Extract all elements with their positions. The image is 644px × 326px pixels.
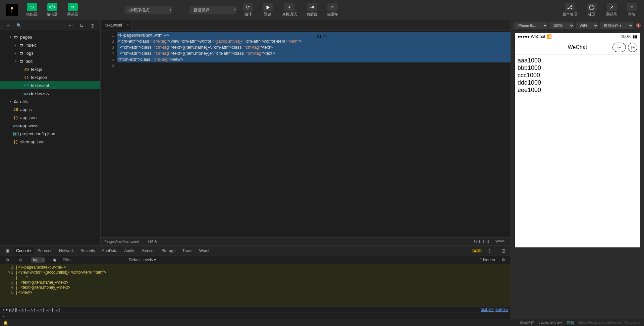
- console-array-preview: ▸ (5) [{…}, {…}, {…}, {…}, {…}]: [6, 307, 60, 312]
- real-debug-button[interactable]: ⌖真机调试: [279, 2, 300, 18]
- tree-item-sitemap-json[interactable]: { }sitemap.json: [0, 138, 100, 146]
- devtab-appdata[interactable]: AppData: [98, 247, 121, 254]
- refresh-icon: ⟳: [243, 3, 253, 11]
- console-prompt[interactable]: ›: [0, 313, 511, 319]
- editor-toggle[interactable]: </>编辑器: [43, 2, 61, 18]
- simulator-toolbar: iPhone 6/... 100% WiFi 模拟操作 ▾ 🔇 ◨: [511, 20, 644, 31]
- copy-link[interactable]: 复制: [567, 320, 574, 325]
- gear-icon[interactable]: ⚙: [499, 256, 507, 264]
- capsule-menu[interactable]: ⋯: [612, 43, 626, 52]
- tree-item-app-json[interactable]: { }app.json: [0, 113, 100, 122]
- chat-icon: ◯: [587, 3, 597, 11]
- phone-icon: ▭: [27, 3, 37, 11]
- explorer-toolbar: ＋ 🔍 ⋯ ⇆ ◫: [0, 20, 100, 31]
- search-icon[interactable]: 🔍: [15, 21, 23, 30]
- clear-cache-button[interactable]: ≡清缓存: [323, 2, 341, 18]
- cut-bg-button[interactable]: ⇥切后台: [303, 2, 321, 18]
- page-title: WeChat: [568, 44, 587, 50]
- tree-item-app-wxss[interactable]: wxssapp.wxss: [0, 122, 100, 130]
- community-button[interactable]: ◯社区: [583, 2, 600, 18]
- tree-item-logs[interactable]: ▸🗀logs: [0, 49, 100, 57]
- route-path: pages/text/text: [538, 320, 562, 325]
- list-item: eee1000: [518, 86, 637, 94]
- devtab-sensor[interactable]: Sensor: [139, 247, 158, 254]
- mute-icon[interactable]: 🔇: [636, 21, 641, 30]
- device-select[interactable]: iPhone 6/...: [514, 22, 548, 29]
- debugger-toggle[interactable]: ≋调试器: [64, 2, 82, 18]
- inspect-icon[interactable]: ▣: [3, 247, 11, 255]
- bell-icon[interactable]: 🔔: [3, 321, 8, 325]
- network-select[interactable]: WiFi: [576, 22, 598, 29]
- preview-button[interactable]: ◉预览: [259, 2, 276, 18]
- tree-item-text-wxml[interactable]: < >text.wxml: [0, 81, 100, 89]
- file-size: 146 B: [147, 240, 157, 244]
- phone-frame: ●●●●● WeChat 📶 21:41 100%▮▮ WeChat ⋯ ◎ a…: [515, 33, 640, 248]
- battery-pct: 100%: [621, 34, 631, 39]
- sim-ops-select[interactable]: 模拟操作 ▾: [600, 22, 633, 29]
- settings-icon[interactable]: ⋮: [486, 247, 494, 255]
- live-icon[interactable]: ◉: [51, 256, 59, 264]
- devtab-security[interactable]: Security: [77, 247, 98, 254]
- context-select[interactable]: top: [31, 257, 45, 263]
- devtab-trace[interactable]: Trace: [179, 247, 196, 254]
- tree-item-utils[interactable]: ▸🗀utils: [0, 97, 100, 105]
- collapse-icon[interactable]: ⇆: [77, 21, 86, 30]
- console-output-row[interactable]: ▸ ▸ (5) [{…}, {…}, {…}, {…}, {…}] text.j…: [0, 306, 511, 313]
- dock-icon[interactable]: ◫: [499, 247, 507, 255]
- tree-item-text-wxss[interactable]: wxsstext.wxss: [0, 89, 100, 97]
- add-file-icon[interactable]: ＋: [4, 21, 12, 30]
- zoom-select[interactable]: 100%: [549, 22, 574, 29]
- devtab-wxml[interactable]: Wxml: [196, 247, 213, 254]
- details-button[interactable]: ≡详情: [623, 2, 640, 18]
- phone-body[interactable]: aaa1000bbb1000ccc1000ddd1000eee1000: [515, 55, 640, 247]
- mode-select[interactable]: 小程序模式: [125, 6, 172, 14]
- compile-mode-select[interactable]: 普通编译: [190, 6, 236, 14]
- tree-item-text[interactable]: ▾🗀text: [0, 57, 100, 65]
- close-icon[interactable]: ×: [126, 23, 129, 28]
- console-body[interactable]: 1| <!--pages/text/text.wxml-->> 2| <view…: [0, 264, 511, 306]
- code-body[interactable]: <!--pages/text/text.wxml--><"cm-attr">cl…: [117, 31, 511, 237]
- tree-item-project-config-json[interactable]: {◎}project.config.json: [0, 130, 100, 138]
- capsule-close[interactable]: ◎: [628, 43, 637, 52]
- console-toolbar: ⊘ ⊘ top ◉ Default levels ▾ 1 hidden ⚙: [0, 255, 511, 264]
- expand-arrow-icon[interactable]: ▸: [3, 307, 5, 312]
- device-debug-icon: ⌖: [284, 3, 294, 11]
- test-id-button[interactable]: ↗测试号: [603, 2, 621, 18]
- console-filter[interactable]: [63, 258, 123, 262]
- split-icon[interactable]: ◫: [88, 21, 96, 30]
- code-editor[interactable]: 123456 <!--pages/text/text.wxml--><"cm-a…: [101, 31, 511, 237]
- console-source-link[interactable]: text.js? [sm]:35: [481, 307, 508, 312]
- devtab-audits[interactable]: Audits: [121, 247, 139, 254]
- editor-tabs: text.wxml ×: [101, 20, 511, 31]
- version-button[interactable]: ⎇版本管理: [559, 2, 581, 18]
- phone-navbar: WeChat ⋯ ◎: [515, 40, 640, 55]
- phone-wrap: ●●●●● WeChat 📶 21:41 100%▮▮ WeChat ⋯ ◎ a…: [511, 31, 644, 319]
- layers-icon: ≡: [327, 3, 337, 11]
- route-label: 页面路径: [520, 320, 534, 325]
- tree-item-text-js[interactable]: JStext.js: [0, 65, 100, 73]
- devtab-network[interactable]: Network: [56, 247, 77, 254]
- devtab-console[interactable]: Console: [13, 247, 34, 254]
- tab-text-wxml[interactable]: text.wxml ×: [101, 20, 132, 31]
- tree-item-index[interactable]: ▸🗀index: [0, 41, 100, 49]
- workspace: ＋ 🔍 ⋯ ⇆ ◫ ▾🗀pages▸🗀index▸🗀logs▾🗀textJSte…: [0, 20, 644, 319]
- warning-count[interactable]: ▲ 3: [472, 249, 482, 252]
- file-tree[interactable]: ▾🗀pages▸🗀index▸🗀logs▾🗀textJStext.js{ }te…: [0, 31, 100, 245]
- log-levels[interactable]: Default levels ▾: [129, 258, 156, 262]
- compile-button[interactable]: ⟳编译: [240, 2, 257, 18]
- tree-item-pages[interactable]: ▾🗀pages: [0, 33, 100, 41]
- clear-console-icon[interactable]: ⊘: [3, 256, 11, 264]
- stop-icon[interactable]: ⊘: [17, 256, 25, 264]
- phone-statusbar: ●●●●● WeChat 📶 21:41 100%▮▮: [515, 33, 640, 40]
- bug-icon: ≋: [68, 3, 78, 11]
- clock: 21:41: [317, 34, 327, 39]
- devtab-sources[interactable]: Sources: [34, 247, 56, 254]
- tree-item-app-js[interactable]: JSapp.js: [0, 105, 100, 113]
- more-icon[interactable]: ⋯: [67, 21, 75, 30]
- simulator-toggle[interactable]: ▭模拟器: [23, 2, 41, 18]
- top-toolbar: ▭模拟器 </>编辑器 ≋调试器 小程序模式 普通编译 ⟳编译 ◉预览 ⌖真机调…: [0, 0, 644, 20]
- exit-icon: ⇥: [307, 3, 317, 11]
- list-item: bbb1000: [518, 64, 637, 72]
- tree-item-text-json[interactable]: { }text.json: [0, 73, 100, 81]
- devtab-storage[interactable]: Storage: [158, 247, 179, 254]
